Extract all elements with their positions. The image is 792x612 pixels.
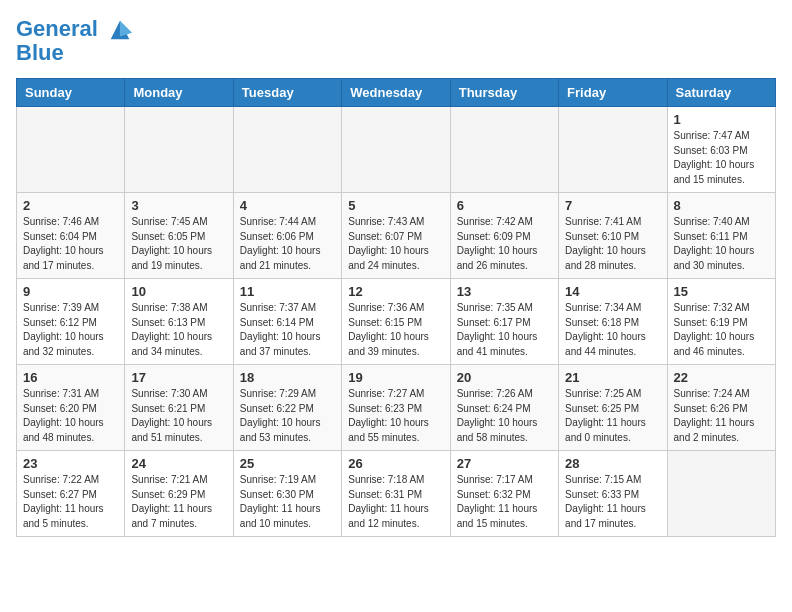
weekday-header-wednesday: Wednesday: [342, 79, 450, 107]
day-number: 16: [23, 370, 118, 385]
day-number: 20: [457, 370, 552, 385]
calendar-cell: 11Sunrise: 7:37 AM Sunset: 6:14 PM Dayli…: [233, 279, 341, 365]
calendar-cell: 26Sunrise: 7:18 AM Sunset: 6:31 PM Dayli…: [342, 451, 450, 537]
day-info: Sunrise: 7:39 AM Sunset: 6:12 PM Dayligh…: [23, 301, 118, 359]
calendar-cell: 1Sunrise: 7:47 AM Sunset: 6:03 PM Daylig…: [667, 107, 775, 193]
day-info: Sunrise: 7:45 AM Sunset: 6:05 PM Dayligh…: [131, 215, 226, 273]
calendar-cell: 4Sunrise: 7:44 AM Sunset: 6:06 PM Daylig…: [233, 193, 341, 279]
day-info: Sunrise: 7:24 AM Sunset: 6:26 PM Dayligh…: [674, 387, 769, 445]
day-number: 8: [674, 198, 769, 213]
day-info: Sunrise: 7:34 AM Sunset: 6:18 PM Dayligh…: [565, 301, 660, 359]
calendar-week-4: 16Sunrise: 7:31 AM Sunset: 6:20 PM Dayli…: [17, 365, 776, 451]
day-number: 5: [348, 198, 443, 213]
calendar-week-3: 9Sunrise: 7:39 AM Sunset: 6:12 PM Daylig…: [17, 279, 776, 365]
day-number: 14: [565, 284, 660, 299]
day-info: Sunrise: 7:41 AM Sunset: 6:10 PM Dayligh…: [565, 215, 660, 273]
day-number: 9: [23, 284, 118, 299]
day-number: 23: [23, 456, 118, 471]
day-info: Sunrise: 7:40 AM Sunset: 6:11 PM Dayligh…: [674, 215, 769, 273]
day-info: Sunrise: 7:29 AM Sunset: 6:22 PM Dayligh…: [240, 387, 335, 445]
calendar-table: SundayMondayTuesdayWednesdayThursdayFrid…: [16, 78, 776, 537]
day-number: 26: [348, 456, 443, 471]
day-info: Sunrise: 7:37 AM Sunset: 6:14 PM Dayligh…: [240, 301, 335, 359]
weekday-header-thursday: Thursday: [450, 79, 558, 107]
calendar-cell: 25Sunrise: 7:19 AM Sunset: 6:30 PM Dayli…: [233, 451, 341, 537]
calendar-cell: 18Sunrise: 7:29 AM Sunset: 6:22 PM Dayli…: [233, 365, 341, 451]
calendar-cell: 6Sunrise: 7:42 AM Sunset: 6:09 PM Daylig…: [450, 193, 558, 279]
day-number: 21: [565, 370, 660, 385]
day-info: Sunrise: 7:44 AM Sunset: 6:06 PM Dayligh…: [240, 215, 335, 273]
day-number: 11: [240, 284, 335, 299]
day-number: 15: [674, 284, 769, 299]
day-number: 4: [240, 198, 335, 213]
calendar-cell: 22Sunrise: 7:24 AM Sunset: 6:26 PM Dayli…: [667, 365, 775, 451]
day-info: Sunrise: 7:43 AM Sunset: 6:07 PM Dayligh…: [348, 215, 443, 273]
calendar-cell: 21Sunrise: 7:25 AM Sunset: 6:25 PM Dayli…: [559, 365, 667, 451]
calendar-cell: 17Sunrise: 7:30 AM Sunset: 6:21 PM Dayli…: [125, 365, 233, 451]
weekday-header-monday: Monday: [125, 79, 233, 107]
calendar-week-1: 1Sunrise: 7:47 AM Sunset: 6:03 PM Daylig…: [17, 107, 776, 193]
day-info: Sunrise: 7:31 AM Sunset: 6:20 PM Dayligh…: [23, 387, 118, 445]
day-info: Sunrise: 7:42 AM Sunset: 6:09 PM Dayligh…: [457, 215, 552, 273]
day-info: Sunrise: 7:26 AM Sunset: 6:24 PM Dayligh…: [457, 387, 552, 445]
day-info: Sunrise: 7:46 AM Sunset: 6:04 PM Dayligh…: [23, 215, 118, 273]
calendar-cell: 24Sunrise: 7:21 AM Sunset: 6:29 PM Dayli…: [125, 451, 233, 537]
day-info: Sunrise: 7:32 AM Sunset: 6:19 PM Dayligh…: [674, 301, 769, 359]
calendar-header-row: SundayMondayTuesdayWednesdayThursdayFrid…: [17, 79, 776, 107]
calendar-cell: [450, 107, 558, 193]
weekday-header-sunday: Sunday: [17, 79, 125, 107]
day-info: Sunrise: 7:19 AM Sunset: 6:30 PM Dayligh…: [240, 473, 335, 531]
day-number: 22: [674, 370, 769, 385]
calendar-cell: 23Sunrise: 7:22 AM Sunset: 6:27 PM Dayli…: [17, 451, 125, 537]
day-number: 13: [457, 284, 552, 299]
day-info: Sunrise: 7:21 AM Sunset: 6:29 PM Dayligh…: [131, 473, 226, 531]
day-number: 25: [240, 456, 335, 471]
day-info: Sunrise: 7:38 AM Sunset: 6:13 PM Dayligh…: [131, 301, 226, 359]
calendar-cell: 2Sunrise: 7:46 AM Sunset: 6:04 PM Daylig…: [17, 193, 125, 279]
page-header: General Blue: [16, 16, 776, 66]
calendar-week-5: 23Sunrise: 7:22 AM Sunset: 6:27 PM Dayli…: [17, 451, 776, 537]
weekday-header-friday: Friday: [559, 79, 667, 107]
calendar-cell: 8Sunrise: 7:40 AM Sunset: 6:11 PM Daylig…: [667, 193, 775, 279]
calendar-cell: 5Sunrise: 7:43 AM Sunset: 6:07 PM Daylig…: [342, 193, 450, 279]
calendar-cell: [233, 107, 341, 193]
calendar-cell: [559, 107, 667, 193]
day-info: Sunrise: 7:30 AM Sunset: 6:21 PM Dayligh…: [131, 387, 226, 445]
calendar-week-2: 2Sunrise: 7:46 AM Sunset: 6:04 PM Daylig…: [17, 193, 776, 279]
logo: General Blue: [16, 16, 134, 66]
day-number: 1: [674, 112, 769, 127]
day-info: Sunrise: 7:27 AM Sunset: 6:23 PM Dayligh…: [348, 387, 443, 445]
calendar-cell: [342, 107, 450, 193]
weekday-header-tuesday: Tuesday: [233, 79, 341, 107]
day-number: 18: [240, 370, 335, 385]
day-number: 27: [457, 456, 552, 471]
calendar-cell: 20Sunrise: 7:26 AM Sunset: 6:24 PM Dayli…: [450, 365, 558, 451]
svg-marker-1: [120, 21, 132, 37]
calendar-cell: 15Sunrise: 7:32 AM Sunset: 6:19 PM Dayli…: [667, 279, 775, 365]
calendar-cell: [17, 107, 125, 193]
calendar-cell: 27Sunrise: 7:17 AM Sunset: 6:32 PM Dayli…: [450, 451, 558, 537]
day-info: Sunrise: 7:18 AM Sunset: 6:31 PM Dayligh…: [348, 473, 443, 531]
day-number: 12: [348, 284, 443, 299]
calendar-cell: 12Sunrise: 7:36 AM Sunset: 6:15 PM Dayli…: [342, 279, 450, 365]
calendar-cell: 7Sunrise: 7:41 AM Sunset: 6:10 PM Daylig…: [559, 193, 667, 279]
calendar-cell: 19Sunrise: 7:27 AM Sunset: 6:23 PM Dayli…: [342, 365, 450, 451]
day-info: Sunrise: 7:36 AM Sunset: 6:15 PM Dayligh…: [348, 301, 443, 359]
day-info: Sunrise: 7:35 AM Sunset: 6:17 PM Dayligh…: [457, 301, 552, 359]
day-info: Sunrise: 7:22 AM Sunset: 6:27 PM Dayligh…: [23, 473, 118, 531]
calendar-cell: 16Sunrise: 7:31 AM Sunset: 6:20 PM Dayli…: [17, 365, 125, 451]
day-info: Sunrise: 7:15 AM Sunset: 6:33 PM Dayligh…: [565, 473, 660, 531]
calendar-cell: 14Sunrise: 7:34 AM Sunset: 6:18 PM Dayli…: [559, 279, 667, 365]
day-number: 10: [131, 284, 226, 299]
calendar-cell: 10Sunrise: 7:38 AM Sunset: 6:13 PM Dayli…: [125, 279, 233, 365]
day-number: 2: [23, 198, 118, 213]
day-number: 19: [348, 370, 443, 385]
day-info: Sunrise: 7:25 AM Sunset: 6:25 PM Dayligh…: [565, 387, 660, 445]
day-info: Sunrise: 7:47 AM Sunset: 6:03 PM Dayligh…: [674, 129, 769, 187]
day-info: Sunrise: 7:17 AM Sunset: 6:32 PM Dayligh…: [457, 473, 552, 531]
calendar-cell: [667, 451, 775, 537]
day-number: 7: [565, 198, 660, 213]
calendar-cell: 3Sunrise: 7:45 AM Sunset: 6:05 PM Daylig…: [125, 193, 233, 279]
calendar-cell: 9Sunrise: 7:39 AM Sunset: 6:12 PM Daylig…: [17, 279, 125, 365]
calendar-cell: 13Sunrise: 7:35 AM Sunset: 6:17 PM Dayli…: [450, 279, 558, 365]
